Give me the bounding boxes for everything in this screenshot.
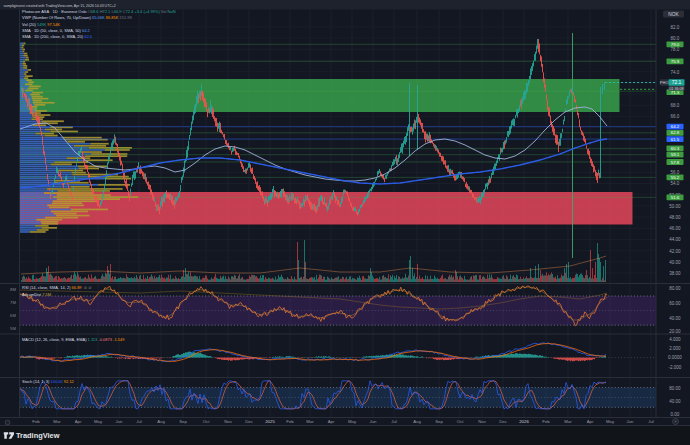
svg-text:78.0: 78.0 — [671, 47, 680, 52]
svg-text:Oct: Oct — [203, 419, 210, 424]
svg-text:Jun: Jun — [627, 419, 635, 424]
svg-text:0.00: 0.00 — [671, 412, 680, 417]
svg-text:79.0: 79.0 — [671, 42, 680, 47]
svg-text:75.9: 75.9 — [671, 59, 680, 64]
svg-text:55.2: 55.2 — [671, 175, 680, 180]
svg-text:Oct: Oct — [457, 419, 464, 424]
svg-text:38.00: 38.00 — [669, 271, 681, 276]
svg-text:6M: 6M — [10, 313, 16, 318]
svg-text:»: » — [674, 420, 676, 424]
svg-text:Jul: Jul — [391, 419, 397, 424]
svg-text:May: May — [348, 419, 357, 424]
svg-text:40.00: 40.00 — [669, 399, 681, 404]
svg-text:4.000: 4.000 — [669, 337, 681, 342]
svg-text:61.5: 61.5 — [671, 137, 680, 142]
svg-text:59.1: 59.1 — [671, 152, 680, 157]
svg-text:NOK: NOK — [668, 12, 679, 17]
svg-text:2025: 2025 — [265, 419, 275, 424]
svg-text:82.0: 82.0 — [671, 25, 680, 30]
svg-text:Jun: Jun — [116, 419, 124, 424]
svg-text:May: May — [606, 419, 615, 424]
svg-text:VWP (Number Of Rows, 70, Up/Do: VWP (Number Of Rows, 70, Up/Down) 65.06K… — [22, 15, 133, 20]
svg-text:Feb: Feb — [32, 419, 40, 424]
svg-text:Nov: Nov — [224, 419, 232, 424]
svg-text:Nov: Nov — [478, 419, 486, 424]
svg-text:Mar: Mar — [53, 419, 61, 424]
svg-text:MACD (12, 26, close, 9, EMA, E: MACD (12, 26, close, 9, EMA, EMA) 1.113 … — [22, 337, 125, 342]
svg-text:Jul: Jul — [136, 419, 142, 424]
svg-text:51.6: 51.6 — [671, 195, 680, 200]
svg-text:80.00: 80.00 — [669, 286, 681, 291]
svg-text:Jul: Jul — [648, 419, 654, 424]
svg-text:7M: 7M — [10, 300, 16, 305]
svg-text:50.00: 50.00 — [669, 204, 681, 209]
svg-text:AccumDist 7.5M: AccumDist 7.5M — [22, 292, 51, 297]
svg-text:48.00: 48.00 — [669, 215, 681, 220]
svg-text:8M: 8M — [10, 287, 16, 292]
svg-text:62.8: 62.8 — [671, 130, 680, 135]
svg-text:Apr: Apr — [587, 419, 594, 424]
svg-text:May: May — [94, 419, 103, 424]
svg-text:TradingView: TradingView — [16, 431, 60, 440]
svg-text:72.1: 72.1 — [672, 80, 682, 85]
svg-text:71.3: 71.3 — [671, 90, 680, 95]
svg-text:Mar: Mar — [564, 419, 572, 424]
svg-text:2.000: 2.000 — [669, 346, 681, 351]
svg-text:46.00: 46.00 — [669, 226, 681, 231]
svg-text:Stoch (14, 1, 3) 100.00 92.12: Stoch (14, 1, 3) 100.00 92.12 — [22, 379, 75, 384]
svg-text:20.00: 20.00 — [669, 329, 681, 334]
svg-text:60.00: 60.00 — [669, 301, 681, 306]
svg-text:0.0000: 0.0000 — [668, 355, 682, 360]
svg-text:Sep: Sep — [179, 419, 187, 424]
svg-text:Aug: Aug — [157, 419, 165, 424]
svg-text:44.00: 44.00 — [669, 237, 681, 242]
svg-text:40.00: 40.00 — [669, 316, 681, 321]
svg-text:Dec: Dec — [245, 419, 253, 424]
svg-text:SMA · 1D (50, close, 0, SMA, 5: SMA · 1D (50, close, 0, SMA, 50) 64.2 — [22, 28, 91, 33]
svg-text:SMA · 1D (200, close, 0, SMA,: SMA · 1D (200, close, 0, SMA, 20) 62.6 — [22, 34, 93, 39]
svg-text:74.0: 74.0 — [671, 70, 680, 75]
svg-text:RSI (14, close, SMA, 14, 2) 66: RSI (14, close, SMA, 14, 2) 66.89 ⊘ ⊘ — [22, 285, 92, 290]
svg-text:60.3: 60.3 — [671, 146, 680, 151]
svg-text:Mar: Mar — [306, 419, 314, 424]
svg-text:Feb: Feb — [542, 419, 550, 424]
svg-text:-2.000: -2.000 — [669, 365, 682, 370]
svg-text:Photocure ASA · 1D · Euronext: Photocure ASA · 1D · Euronext Oslo O68.6… — [22, 9, 176, 14]
svg-text:5M: 5M — [10, 326, 16, 331]
svg-text:57.8: 57.8 — [671, 160, 680, 165]
svg-text:54.0: 54.0 — [671, 181, 680, 186]
svg-text:01:36:08: 01:36:08 — [669, 87, 683, 91]
svg-text:samplqjinvest created with Tra: samplqjinvest created with TradingView.c… — [4, 4, 116, 8]
svg-text:80.00: 80.00 — [669, 386, 681, 391]
svg-text:Vol (20) 549K 97.54K: Vol (20) 549K 97.54K — [22, 22, 60, 27]
svg-text:PHO: PHO — [660, 80, 669, 85]
svg-text:Dec: Dec — [499, 419, 507, 424]
svg-text:2026: 2026 — [519, 419, 529, 424]
svg-text:66.0: 66.0 — [671, 114, 680, 119]
svg-text:Feb: Feb — [286, 419, 294, 424]
svg-text:80.0: 80.0 — [671, 36, 680, 41]
svg-text:Sep: Sep — [435, 419, 443, 424]
svg-text:42.00: 42.00 — [669, 249, 681, 254]
svg-text:Jun: Jun — [370, 419, 378, 424]
svg-text:Apr: Apr — [328, 419, 335, 424]
svg-text:64.2: 64.2 — [671, 124, 680, 129]
svg-text:Apr: Apr — [75, 419, 82, 424]
svg-text:Aug: Aug — [413, 419, 421, 424]
svg-text:40.00: 40.00 — [669, 260, 681, 265]
svg-text:68.0: 68.0 — [671, 103, 680, 108]
